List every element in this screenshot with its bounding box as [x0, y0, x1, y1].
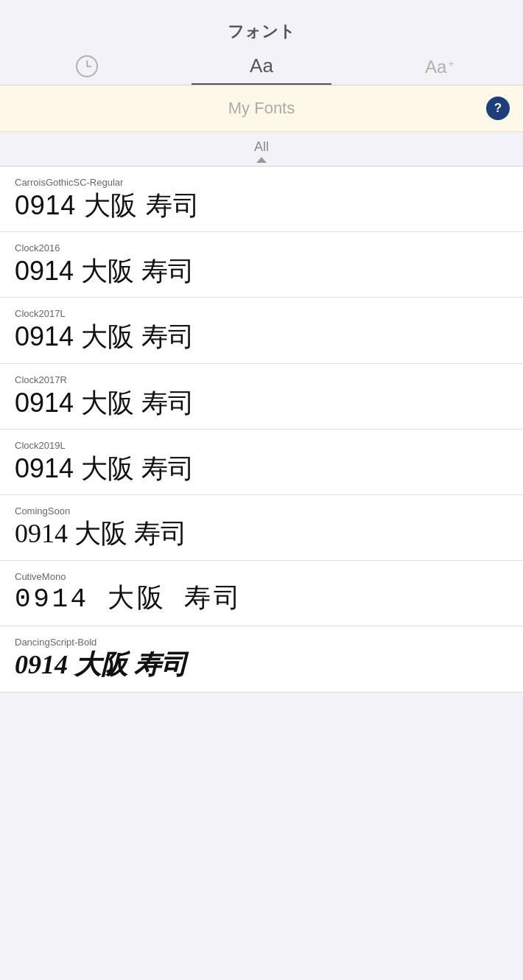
tab-bar: Aa Aa+: [0, 55, 523, 85]
font-list-item[interactable]: Clock2017R0914 大阪 寿司: [0, 364, 523, 430]
page-title: フォント: [0, 21, 523, 43]
filter-row[interactable]: All: [0, 132, 523, 167]
font-item-name: ComingSoon: [15, 505, 508, 517]
font-item-name: Clock2017R: [15, 374, 508, 385]
tab-recent[interactable]: [0, 55, 175, 85]
font-list-item[interactable]: CarroisGothicSC-Regular0914 大阪 寿司: [0, 167, 523, 232]
font-item-preview: 0914 大阪 寿司: [15, 649, 508, 681]
font-item-preview: 0914 大阪 寿司: [15, 452, 508, 484]
font-item-preview: 0914 大阪 寿司: [15, 387, 508, 419]
font-item-name: DancingScript-Bold: [15, 637, 508, 648]
header: フォント Aa Aa+: [0, 0, 523, 85]
font-item-name: CutiveMono: [15, 571, 508, 582]
font-item-name: Clock2019L: [15, 440, 508, 451]
font-list-item[interactable]: CutiveMono0914 大阪 寿司: [0, 561, 523, 626]
my-fonts-label: My Fonts: [228, 99, 295, 118]
tab-fonts[interactable]: Aa: [175, 55, 349, 85]
font-list-item[interactable]: DancingScript-Bold0914 大阪 寿司: [0, 626, 523, 692]
font-list-item[interactable]: ComingSoon0914 大阪 寿司: [0, 495, 523, 561]
tab-add-fonts[interactable]: Aa+: [348, 57, 523, 85]
font-item-preview: 0914 大阪 寿司: [15, 189, 508, 221]
font-item-preview: 0914 大阪 寿司: [15, 584, 508, 615]
font-item-name: Clock2017L: [15, 308, 508, 319]
font-list-item[interactable]: Clock20160914 大阪 寿司: [0, 232, 523, 298]
font-item-preview: 0914 大阪 寿司: [15, 321, 508, 352]
font-item-name: Clock2016: [15, 242, 508, 253]
font-item-name: CarroisGothicSC-Regular: [15, 177, 508, 188]
filter-arrow-icon: [256, 157, 267, 163]
help-button[interactable]: ?: [486, 97, 510, 120]
clock-icon: [76, 55, 98, 77]
filter-label: All: [254, 139, 269, 155]
my-fonts-banner: My Fonts ?: [0, 85, 523, 132]
font-list: CarroisGothicSC-Regular0914 大阪 寿司Clock20…: [0, 167, 523, 693]
font-list-item[interactable]: Clock2019L0914 大阪 寿司: [0, 430, 523, 495]
font-item-preview: 0914 大阪 寿司: [15, 255, 508, 287]
font-list-item[interactable]: Clock2017L0914 大阪 寿司: [0, 298, 523, 363]
tab-add-fonts-label: Aa+: [425, 57, 446, 77]
tab-fonts-label: Aa: [250, 55, 273, 77]
font-item-preview: 0914 大阪 寿司: [15, 518, 508, 550]
